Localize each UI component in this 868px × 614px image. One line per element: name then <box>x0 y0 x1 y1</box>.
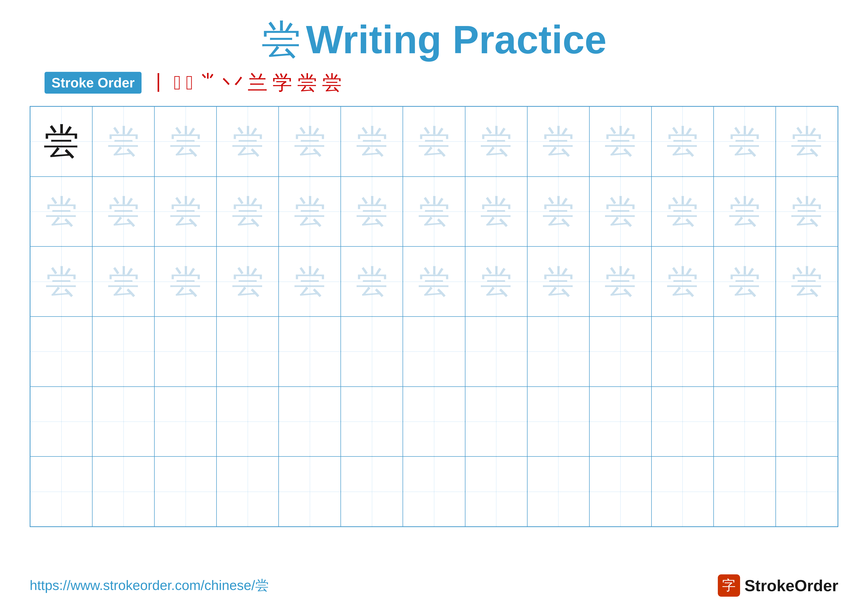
stroke-step-7: 学 <box>273 73 292 93</box>
grid-cell[interactable]: 尝 <box>341 177 403 247</box>
grid-cell[interactable]: 尝 <box>589 177 651 247</box>
grid-cell[interactable] <box>92 387 154 457</box>
grid-cell[interactable]: 尝 <box>651 246 714 317</box>
grid-cell[interactable]: 尝 <box>30 177 92 247</box>
footer-url[interactable]: https://www.strokeorder.com/chinese/尝 <box>30 576 269 595</box>
practice-char: 尝 <box>356 125 388 157</box>
grid-cell[interactable] <box>30 457 92 527</box>
grid-cell[interactable]: 尝 <box>527 246 589 317</box>
practice-char: 尝 <box>418 266 450 298</box>
footer-logo-text: StrokeOrder <box>744 576 838 595</box>
grid-cell[interactable] <box>589 387 651 457</box>
practice-char: 尝 <box>480 266 512 298</box>
practice-char: 尝 <box>356 266 388 298</box>
grid-cell[interactable]: 尝 <box>92 246 154 317</box>
grid-cell[interactable] <box>714 317 776 387</box>
grid-cell[interactable]: 尝 <box>403 246 465 317</box>
grid-cell[interactable]: 尝 <box>217 177 279 247</box>
grid-cell[interactable] <box>465 457 527 527</box>
grid-cell[interactable] <box>341 317 403 387</box>
grid-cell[interactable] <box>651 387 714 457</box>
practice-char: 尝 <box>790 196 823 228</box>
practice-char: 尝 <box>418 125 450 157</box>
grid-cell[interactable]: 尝 <box>527 107 589 177</box>
practice-char: 尝 <box>232 266 264 298</box>
grid-cell[interactable] <box>279 457 341 527</box>
grid-cell[interactable]: 尝 <box>714 177 776 247</box>
grid-cell[interactable]: 尝 <box>92 177 154 247</box>
grid-cell[interactable] <box>403 317 465 387</box>
grid-cell[interactable]: 尝 <box>776 177 838 247</box>
grid-cell[interactable] <box>776 387 838 457</box>
grid-cell[interactable] <box>217 457 279 527</box>
grid-cell[interactable]: 尝 <box>341 107 403 177</box>
grid-cell[interactable]: 尝 <box>465 246 527 317</box>
grid-cell[interactable]: 尝 <box>30 107 92 177</box>
grid-cell[interactable]: 尝 <box>651 107 714 177</box>
grid-cell[interactable] <box>217 317 279 387</box>
grid-cell[interactable]: 尝 <box>527 177 589 247</box>
grid-cell[interactable] <box>154 457 217 527</box>
grid-cell[interactable] <box>589 317 651 387</box>
grid-cell[interactable] <box>341 457 403 527</box>
grid-cell[interactable]: 尝 <box>403 177 465 247</box>
grid-cell[interactable] <box>776 457 838 527</box>
grid-cell[interactable] <box>279 387 341 457</box>
grid-cell[interactable] <box>776 317 838 387</box>
practice-char: 尝 <box>169 125 202 157</box>
grid-cell[interactable] <box>403 457 465 527</box>
grid-cell[interactable]: 尝 <box>30 246 92 317</box>
grid-cell[interactable]: 尝 <box>776 246 838 317</box>
practice-char: 尝 <box>45 266 78 298</box>
grid-cell[interactable]: 尝 <box>92 107 154 177</box>
grid-cell[interactable] <box>527 457 589 527</box>
grid-cell[interactable] <box>30 317 92 387</box>
practice-char: 尝 <box>169 196 202 228</box>
practice-char: 尝 <box>666 196 699 228</box>
grid-cell[interactable] <box>651 317 714 387</box>
grid-cell[interactable]: 尝 <box>589 107 651 177</box>
grid-cell[interactable]: 尝 <box>714 246 776 317</box>
grid-cell[interactable] <box>651 457 714 527</box>
grid-cell[interactable]: 尝 <box>341 246 403 317</box>
grid-cell[interactable]: 尝 <box>589 246 651 317</box>
practice-char: 尝 <box>480 125 512 157</box>
stroke-step-2: 𠄌 <box>174 73 181 93</box>
practice-char: 尝 <box>666 125 699 157</box>
grid-cell[interactable]: 尝 <box>217 246 279 317</box>
grid-cell[interactable] <box>714 387 776 457</box>
grid-cell[interactable] <box>527 317 589 387</box>
grid-cell[interactable] <box>465 317 527 387</box>
grid-cell[interactable]: 尝 <box>403 107 465 177</box>
practice-char: 尝 <box>356 196 388 228</box>
title-row: 尝 Writing Practice <box>261 20 606 59</box>
grid-cell[interactable]: 尝 <box>217 107 279 177</box>
grid-cell[interactable]: 尝 <box>154 246 217 317</box>
grid-cell[interactable]: 尝 <box>714 107 776 177</box>
grid-cell[interactable]: 尝 <box>465 177 527 247</box>
grid-cell[interactable] <box>279 317 341 387</box>
practice-char: 尝 <box>232 196 264 228</box>
grid-cell[interactable]: 尝 <box>465 107 527 177</box>
grid-cell[interactable]: 尝 <box>279 107 341 177</box>
grid-cell[interactable]: 尝 <box>651 177 714 247</box>
grid-cell[interactable]: 尝 <box>776 107 838 177</box>
grid-cell[interactable] <box>589 457 651 527</box>
grid-cell[interactable] <box>92 317 154 387</box>
grid-cell[interactable] <box>465 387 527 457</box>
grid-cell[interactable] <box>341 387 403 457</box>
grid-cell[interactable] <box>154 317 217 387</box>
grid-cell[interactable]: 尝 <box>279 177 341 247</box>
grid-cell[interactable] <box>527 387 589 457</box>
grid-cell[interactable]: 尝 <box>154 107 217 177</box>
grid-cell[interactable]: 尝 <box>154 177 217 247</box>
practice-char: 尝 <box>45 196 78 228</box>
grid-cell[interactable] <box>92 457 154 527</box>
grid-cell[interactable] <box>30 387 92 457</box>
grid-cell[interactable] <box>403 387 465 457</box>
grid-cell[interactable]: 尝 <box>279 246 341 317</box>
practice-char: 尝 <box>666 266 699 298</box>
grid-cell[interactable] <box>154 387 217 457</box>
grid-cell[interactable] <box>714 457 776 527</box>
grid-cell[interactable] <box>217 387 279 457</box>
